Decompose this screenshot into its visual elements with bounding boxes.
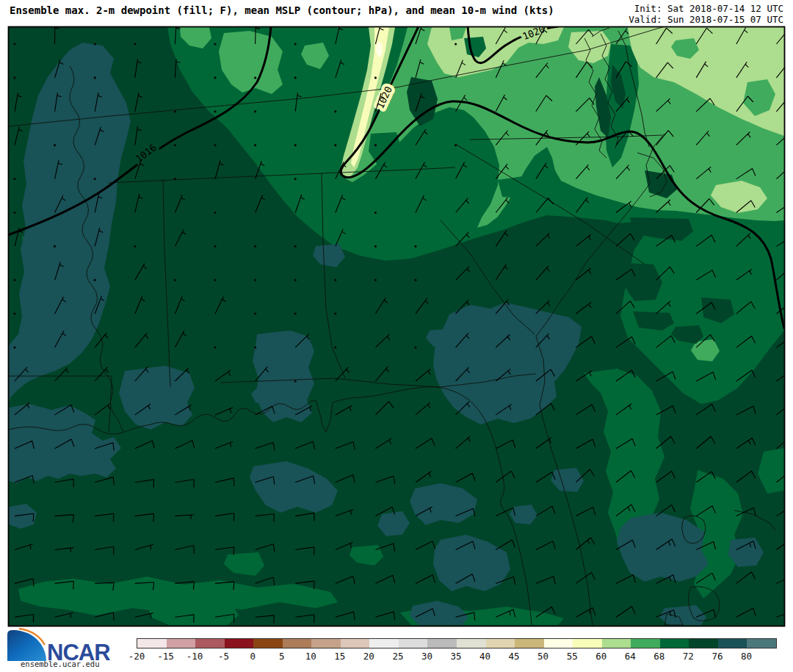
colorbar-tick-label: 68 <box>653 651 665 662</box>
colorbar-tick-label: -5 <box>218 651 229 662</box>
colorbar-tick-label: 45 <box>509 651 520 662</box>
colorbar-tick-label: 40 <box>479 651 490 662</box>
colorbar-tick-label: 20 <box>363 651 374 662</box>
colorbar-cell <box>137 639 167 648</box>
dewpoint-fill-layer <box>9 27 784 626</box>
colorbar-cell <box>689 639 718 648</box>
colorbar-cell <box>457 639 486 648</box>
weather-map: 1016 1020 1020 <box>0 0 793 672</box>
colorbar-cell <box>253 639 283 648</box>
colorbar <box>137 638 777 648</box>
ncar-logo-swoosh <box>7 630 46 661</box>
colorbar-tick-label: -20 <box>128 651 145 662</box>
colorbar-tick-label: 30 <box>421 651 432 662</box>
colorbar-cell <box>515 639 544 648</box>
colorbar-cell <box>544 639 573 648</box>
site-url: ensemble.ucar.edu <box>21 660 99 668</box>
colorbar-tick-label: -15 <box>157 651 174 662</box>
colorbar-cell <box>311 639 341 648</box>
colorbar-cell <box>341 639 370 648</box>
colorbar-cell <box>399 639 428 648</box>
colorbar-tick-label: 35 <box>450 651 461 662</box>
colorbar-cell <box>486 639 515 648</box>
colorbar-cell <box>631 639 660 648</box>
colorbar-tick-label: 55 <box>567 651 578 662</box>
colorbar-cell <box>283 639 312 648</box>
colorbar-tick-label: 25 <box>392 651 403 662</box>
colorbar-cell <box>167 639 196 648</box>
colorbar-tick-label: 15 <box>334 651 345 662</box>
colorbar-tick-label: 0 <box>250 651 256 662</box>
colorbar-cell <box>369 639 399 648</box>
colorbar-cell <box>573 639 602 648</box>
colorbar-tick-label: 10 <box>305 651 316 662</box>
colorbar-cell <box>427 639 457 648</box>
colorbar-tick-label: -10 <box>187 651 203 662</box>
colorbar-tick-label: 76 <box>711 651 723 662</box>
colorbar-cell <box>195 639 225 648</box>
colorbar-tick-label: 64 <box>625 651 636 662</box>
colorbar-tick-label: 60 <box>595 651 606 662</box>
colorbar-cell <box>602 639 631 648</box>
colorbar-tick-label: 80 <box>741 651 752 662</box>
colorbar-cell <box>660 639 689 648</box>
colorbar-cell <box>225 639 254 648</box>
colorbar-labels: -20-15-10-505101520253035404550556064687… <box>137 651 783 662</box>
colorbar-cell <box>747 639 776 648</box>
colorbar-tick-label: 72 <box>683 651 694 662</box>
colorbar-tick-label: 5 <box>279 651 285 662</box>
colorbar-cell <box>718 639 747 648</box>
colorbar-tick-label: 50 <box>537 651 548 662</box>
